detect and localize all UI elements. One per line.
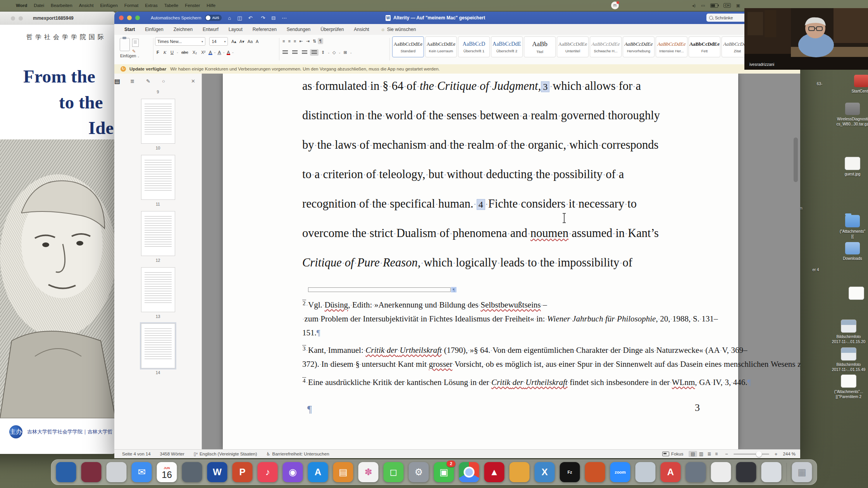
list-view-icon[interactable]: ≣	[129, 78, 136, 84]
outline-view-button[interactable]: ≣	[705, 451, 713, 457]
font-size-dropdown[interactable]: 14▾	[209, 37, 228, 46]
menu-item-tabelle[interactable]: Tabelle	[164, 3, 178, 8]
draft-view-button[interactable]: ≡	[713, 451, 720, 457]
background-window[interactable]: mmexport1685949 哲学社会学学院国际 From the to th…	[0, 12, 115, 454]
document-page[interactable]: as·formulated·in·§·64·of·the·Critique·of…	[223, 74, 738, 449]
dock-app-app-coal[interactable]	[736, 462, 756, 482]
menu-item-hilfe[interactable]: Hilfe	[207, 3, 215, 8]
strikethrough-button[interactable]: abc	[180, 49, 190, 55]
dock-app-altstore[interactable]: A	[661, 462, 681, 482]
minimize-button[interactable]	[127, 15, 132, 20]
desktop-icon-downloads[interactable]: Downloads	[831, 242, 868, 261]
menu-item-datei[interactable]: Datei	[34, 3, 44, 8]
dock-app-calendar[interactable]: JUN16	[157, 462, 177, 482]
tell-me-help[interactable]: ☼ Sie wünschen	[381, 27, 416, 32]
desktop-icon--attachments-[interactable]: ("Attachments"...[("Parentitem 2	[827, 375, 868, 399]
dock-app-acrobat[interactable]: ▲	[484, 462, 505, 482]
font-tool[interactable]: A▾	[238, 38, 246, 45]
tab-ansicht[interactable]: Ansicht	[354, 27, 369, 32]
zoom-percentage[interactable]: 244 %	[783, 452, 796, 456]
copy-icon[interactable]	[132, 39, 139, 47]
style-schwache-h-[interactable]: AaBbCcDdEeSchwache H...	[590, 36, 622, 57]
dock-app-fz-app[interactable]: Fz	[560, 462, 580, 482]
window-traffic-lights[interactable]	[11, 16, 23, 21]
fullscreen-button[interactable]	[135, 15, 140, 20]
paste-button[interactable]: Einfügen ⌄	[118, 53, 141, 58]
tab-entwurf[interactable]: Entwurf	[203, 27, 219, 32]
footnote[interactable]: 3·Kant,·Immanuel:·Critik·der·Urtheilskra…	[302, 342, 705, 371]
paragraph-tool[interactable]: ⇤	[298, 38, 304, 45]
zoom-out-button[interactable]: −	[725, 451, 728, 457]
style-kein-leerraum[interactable]: AaBbCcDdEeKein Leerraum	[425, 36, 457, 57]
page-thumbnail-13[interactable]: 13	[114, 267, 202, 319]
style-standard[interactable]: AaBbCcDdEeStandard	[392, 36, 424, 57]
language-status[interactable]: ▯ˣ Englisch (Vereinigte Staaten)	[194, 451, 257, 457]
paragraph-tool[interactable]: ≡	[286, 38, 292, 44]
dock-app-photos[interactable]: ✽	[358, 462, 379, 482]
dock-app-books[interactable]: ▤	[333, 462, 353, 482]
desktop-icon-wirelessdiagnosti[interactable]: WirelessDiagnostics_W80...30.tar.gz	[831, 103, 868, 127]
dock-app-app-store[interactable]: A	[308, 462, 328, 482]
tab-layout[interactable]: Layout	[229, 27, 243, 32]
focus-mode-button[interactable]: Fokus	[662, 452, 683, 456]
paragraph-tool[interactable]: ≡	[281, 38, 286, 44]
zoom-in-button[interactable]: +	[775, 451, 778, 457]
dock-app-app-pearl[interactable]	[761, 462, 782, 482]
tab-zeichnen[interactable]: Zeichnen	[174, 27, 193, 32]
word-count-status[interactable]: 3458 Wörter	[160, 452, 184, 456]
font-tool[interactable]: A	[254, 38, 260, 45]
page-count-status[interactable]: Seite 4 von 14	[122, 452, 151, 456]
superscript-button[interactable]: X²	[200, 49, 207, 55]
subscript-button[interactable]: X₂	[191, 49, 199, 55]
style-fett[interactable]: AaBbCcDdEeFett	[689, 36, 720, 57]
dock-app-calculator[interactable]	[711, 462, 731, 482]
desktop-icon-er-4[interactable]: er 4	[794, 267, 837, 272]
video-call-overlay[interactable]: ivesradrizzani	[744, 8, 868, 70]
desktop-icon-guest-jpg[interactable]: guest.jpg	[831, 157, 868, 177]
tab-einfügen[interactable]: Einfügen	[145, 27, 163, 32]
desktop-icon-startcenter[interactable]: StartCenter	[840, 75, 868, 94]
dock-app-xcode[interactable]: X	[535, 462, 555, 482]
thumbnails-view-icon[interactable]: ▤	[114, 77, 120, 85]
dock-app-app-ember[interactable]	[585, 462, 605, 482]
paragraph-tool[interactable]: ⇅	[311, 38, 318, 45]
style-überschrift-2[interactable]: AaBbCcDdEÜberschrift 2	[491, 36, 523, 57]
home-icon[interactable]: ⌂	[228, 15, 231, 21]
font-color-button[interactable]: A	[226, 50, 231, 55]
battery-icon[interactable]	[710, 3, 718, 8]
accessibility-status[interactable]: ♿ Barrierefreiheit: Untersuchen	[266, 451, 329, 457]
desktop-icon--attachments-[interactable]: ("Attachments"[{	[831, 215, 868, 239]
footnote[interactable]: 2·Vgl.·Düsing,·Edith:·»Anerkennung·und·B…	[302, 297, 705, 339]
print-icon[interactable]: ⊟	[271, 15, 276, 21]
dock-app-podcasts[interactable]: ◉	[283, 462, 303, 482]
background-window-titlebar[interactable]: mmexport1685949	[0, 12, 115, 25]
tab-start[interactable]: Start	[124, 27, 135, 32]
desktop-icon-file[interactable]	[835, 287, 868, 301]
dock-app-chrome[interactable]	[459, 462, 479, 482]
zoom-slider-knob[interactable]	[756, 451, 762, 457]
menu-item-bearbeiten[interactable]: Bearbeiten	[51, 3, 72, 8]
align-left-button[interactable]	[281, 49, 289, 56]
draw-icon[interactable]: ✎	[145, 78, 152, 84]
dock-app-app-mist[interactable]	[636, 462, 656, 482]
page-thumbnail-14[interactable]: 14	[114, 323, 202, 375]
justify-button[interactable]	[310, 49, 319, 56]
italic-button[interactable]: K	[162, 49, 168, 55]
footnote[interactable]: 4·Eine·ausdrückliche·Kritik·der·kantisch…	[302, 374, 705, 390]
page-thumbnail-10[interactable]: 10	[114, 99, 202, 150]
show-formatting-marks-button[interactable]: ¶	[318, 38, 323, 44]
dock-app-app-maroon[interactable]	[81, 462, 102, 482]
document-text-line[interactable]: as·formulated·in·§·64·of·the·Critique·of…	[302, 74, 703, 101]
paragraph-tool[interactable]: ≡	[292, 38, 298, 44]
style-intensive-her-[interactable]: AaBbCcDdEeIntensive Her...	[656, 36, 687, 57]
style-titel[interactable]: AaBbTitel	[524, 36, 556, 57]
close-button[interactable]	[119, 15, 124, 20]
paste-clipboard-icon[interactable]	[120, 38, 130, 51]
align-right-button[interactable]	[300, 49, 309, 56]
tab-referenzen[interactable]: Referenzen	[253, 27, 277, 32]
style-hervorhebung[interactable]: AaBbCcDdEeHervorhebung	[623, 36, 654, 57]
autosave-toggle[interactable]: AUS	[205, 15, 222, 21]
tab-überprüfen[interactable]: Überprüfen	[320, 27, 344, 32]
document-text-line[interactable]: Critique·of·Pure·Reason,·which·logically…	[302, 248, 703, 277]
dock-app-facetime[interactable]: ▣2	[434, 462, 454, 482]
